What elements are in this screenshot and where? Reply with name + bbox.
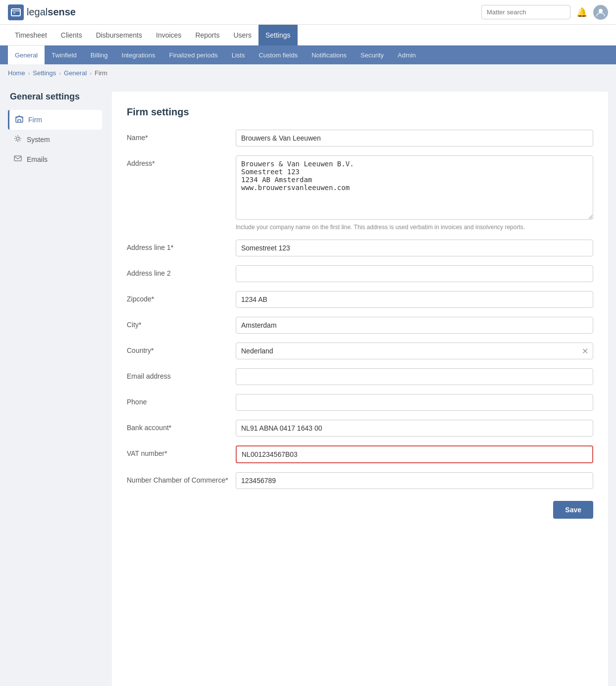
breadcrumb-current: Firm — [95, 69, 107, 77]
chamber-input[interactable] — [236, 472, 593, 489]
tab-billing[interactable]: Billing — [84, 46, 115, 64]
name-input[interactable] — [236, 130, 593, 147]
address-line2-label: Address line 2 — [127, 265, 236, 277]
sidebar-system-label: System — [27, 136, 50, 144]
zipcode-row: Zipcode* — [127, 291, 593, 308]
tab-lists[interactable]: Lists — [225, 46, 252, 64]
svg-point-3 — [599, 9, 603, 13]
address-line2-field — [236, 265, 593, 282]
sidebar-firm-label: Firm — [28, 116, 42, 124]
zipcode-label: Zipcode* — [127, 291, 236, 303]
main-content: Firm settings Name* Address* Brouwers & … — [112, 92, 608, 686]
country-field: Nederland ✕ — [236, 343, 593, 359]
sidebar-title: General settings — [8, 92, 102, 102]
chamber-row: Number Chamber of Commerce* — [127, 472, 593, 489]
firm-icon — [15, 115, 23, 125]
address-line1-input[interactable] — [236, 240, 593, 256]
address-hint: Include your company name on the first l… — [236, 224, 593, 231]
matter-search-input[interactable] — [481, 5, 570, 19]
zipcode-field — [236, 291, 593, 308]
phone-field — [236, 394, 593, 411]
form-actions: Save — [127, 501, 593, 519]
svg-point-5 — [16, 137, 19, 140]
nav-timesheet[interactable]: Timesheet — [8, 25, 54, 46]
tab-integrations[interactable]: Integrations — [115, 46, 162, 64]
tab-finalized-periods[interactable]: Finalized periods — [162, 46, 224, 64]
sidebar-item-firm[interactable]: Firm — [8, 110, 102, 130]
tab-notifications[interactable]: Notifications — [305, 46, 354, 64]
breadcrumb-general[interactable]: General — [64, 69, 87, 77]
city-field — [236, 317, 593, 334]
breadcrumb: Home › Settings › General › Firm — [0, 64, 616, 82]
chamber-label: Number Chamber of Commerce* — [127, 472, 236, 484]
sidebar: General settings Firm System — [8, 92, 102, 686]
tab-twinfield[interactable]: Twinfield — [45, 46, 84, 64]
tab-admin[interactable]: Admin — [391, 46, 423, 64]
logo-icon — [8, 4, 24, 20]
tab-security[interactable]: Security — [354, 46, 391, 64]
sidebar-emails-label: Emails — [27, 155, 48, 163]
tab-custom-fields[interactable]: Custom fields — [252, 46, 305, 64]
address-textarea[interactable]: Brouwers & Van Leeuwen B.V. Somestreet 1… — [236, 155, 593, 220]
top-bar: legalsense 🔔 — [0, 0, 616, 25]
breadcrumb-home[interactable]: Home — [8, 69, 25, 77]
city-label: City* — [127, 317, 236, 329]
zipcode-input[interactable] — [236, 291, 593, 308]
nav-clients[interactable]: Clients — [54, 25, 89, 46]
vat-input[interactable] — [236, 445, 593, 463]
save-button[interactable]: Save — [553, 501, 593, 519]
breadcrumb-settings[interactable]: Settings — [33, 69, 56, 77]
nav-disbursements[interactable]: Disbursements — [89, 25, 149, 46]
email-field — [236, 368, 593, 385]
address-line1-field — [236, 240, 593, 256]
name-label: Name* — [127, 130, 236, 142]
bank-account-input[interactable] — [236, 420, 593, 437]
primary-nav: Timesheet Clients Disbursements Invoices… — [0, 25, 616, 46]
email-row: Email address — [127, 368, 593, 385]
address-field: Brouwers & Van Leeuwen B.V. Somestreet 1… — [236, 155, 593, 231]
email-input[interactable] — [236, 368, 593, 385]
emails-icon — [14, 154, 22, 164]
sidebar-item-system[interactable]: System — [8, 130, 102, 149]
breadcrumb-sep-3: › — [90, 70, 92, 76]
phone-input[interactable] — [236, 394, 593, 411]
city-input[interactable] — [236, 317, 593, 334]
address-line2-row: Address line 2 — [127, 265, 593, 282]
avatar[interactable] — [593, 5, 608, 20]
breadcrumb-sep-1: › — [28, 70, 30, 76]
tab-general[interactable]: General — [8, 46, 45, 64]
address-line1-row: Address line 1* — [127, 240, 593, 256]
bank-account-label: Bank account* — [127, 420, 236, 432]
vat-label: VAT number* — [127, 445, 236, 457]
address-line1-label: Address line 1* — [127, 240, 236, 251]
phone-label: Phone — [127, 394, 236, 406]
nav-users[interactable]: Users — [226, 25, 258, 46]
svg-rect-0 — [11, 9, 20, 16]
address-line2-input[interactable] — [236, 265, 593, 282]
phone-row: Phone — [127, 394, 593, 411]
vat-row: VAT number* — [127, 445, 593, 463]
bank-account-field — [236, 420, 593, 437]
country-clear-icon[interactable]: ✕ — [582, 346, 588, 356]
bell-icon[interactable]: 🔔 — [576, 7, 587, 18]
nav-settings[interactable]: Settings — [258, 25, 298, 46]
nav-reports[interactable]: Reports — [188, 25, 226, 46]
city-row: City* — [127, 317, 593, 334]
bank-account-row: Bank account* — [127, 420, 593, 437]
system-icon — [14, 135, 22, 145]
country-select-wrap: Nederland ✕ — [236, 343, 593, 359]
secondary-nav: General Twinfield Billing Integrations F… — [0, 46, 616, 64]
logo-text: legalsense — [27, 6, 76, 18]
nav-invoices[interactable]: Invoices — [149, 25, 188, 46]
address-label: Address* — [127, 155, 236, 167]
vat-field — [236, 445, 593, 463]
country-select[interactable]: Nederland — [236, 343, 593, 359]
name-field-row: Name* — [127, 130, 593, 147]
sidebar-item-emails[interactable]: Emails — [8, 149, 102, 169]
breadcrumb-sep-2: › — [59, 70, 61, 76]
country-row: Country* Nederland ✕ — [127, 343, 593, 359]
top-right-area: 🔔 — [481, 5, 608, 20]
name-field — [236, 130, 593, 147]
country-label: Country* — [127, 343, 236, 354]
chamber-field — [236, 472, 593, 489]
